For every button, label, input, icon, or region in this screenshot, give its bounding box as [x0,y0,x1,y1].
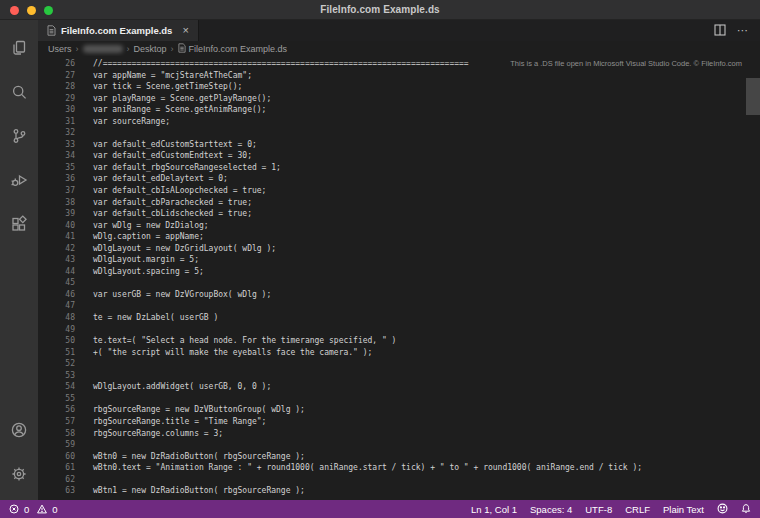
code-line[interactable]: 34var default_edCustomEndtext = 30; [38,150,760,162]
settings-gear-icon[interactable] [0,452,38,496]
search-icon[interactable] [0,70,38,114]
eol-setting[interactable]: CRLF [625,504,650,515]
code-text: var default_edDelaytext = 0; [93,173,228,185]
line-number: 33 [38,139,93,151]
code-text: rbgSourceRange.columns = 3; [93,428,223,440]
code-line[interactable]: 38var default_cbParachecked = true; [38,197,760,209]
line-number: 51 [38,347,93,359]
breadcrumb-users[interactable]: Users [48,44,72,54]
code-line[interactable]: 31var sourceRange; [38,116,760,128]
cursor-position[interactable]: Ln 1, Col 1 [471,504,517,515]
explorer-icon[interactable] [0,26,38,70]
tab-close-icon[interactable]: × [182,25,188,36]
code-text: te = new DzLabel( userGB ) [93,312,218,324]
code-text: +( "the script will make the eyeballs fa… [93,347,372,359]
indentation-setting[interactable]: Spaces: 4 [530,504,572,515]
close-window-button[interactable] [10,6,19,15]
code-line[interactable]: 45 [38,277,760,289]
breadcrumb-username-redacted[interactable] [83,45,123,53]
line-number: 31 [38,116,93,128]
split-editor-icon[interactable] [714,22,726,40]
extensions-icon[interactable] [0,202,38,246]
code-line[interactable]: 47 [38,300,760,312]
line-number: 38 [38,197,93,209]
code-line[interactable]: 28var tick = Scene.getTimeStep(); [38,81,760,93]
editor-pane[interactable]: This is a .DS file open in Microsoft Vis… [38,56,760,500]
code-text: wDlgLayout.addWidget( userGB, 0, 0 ); [93,381,271,393]
code-line[interactable]: 30var aniRange = Scene.getAnimRange(); [38,104,760,116]
code-line[interactable]: 39var default_cbLidschecked = true; [38,208,760,220]
code-text: te.text=( "Select a head node. For the t… [93,335,396,347]
title-bar: FileInfo.com Example.ds [0,0,760,20]
code-area[interactable]: 26//====================================… [38,56,760,497]
breadcrumb-desktop[interactable]: Desktop [134,44,167,54]
code-line[interactable]: 55 [38,393,760,405]
traffic-lights [10,0,53,20]
code-line[interactable]: 61wBtn0.text = "Animation Range : " + ro… [38,462,760,474]
code-line[interactable]: 46var userGB = new DzVGroupBox( wDlg ); [38,289,760,301]
line-number: 30 [38,104,93,116]
code-line[interactable]: 57rbgSourceRange.title = "Time Range"; [38,416,760,428]
line-number: 53 [38,370,93,382]
code-line[interactable]: 62 [38,474,760,486]
code-line[interactable]: 27var appName = "mcjStareAtTheCam"; [38,70,760,82]
language-mode[interactable]: Plain Text [663,504,704,515]
minimize-window-button[interactable] [27,6,36,15]
line-number: 55 [38,393,93,405]
tab-fileinfo-example[interactable]: FileInfo.com Example.ds × [38,20,199,41]
code-line[interactable]: 36var default_edDelaytext = 0; [38,173,760,185]
code-line[interactable]: 54wDlgLayout.addWidget( userGB, 0, 0 ); [38,381,760,393]
code-line[interactable]: 56rbgSourceRange = new DzVButtonGroup( w… [38,404,760,416]
vscode-window: FileInfo.com Example.ds [0,0,760,518]
code-line[interactable]: 60wBtn0 = new DzRadioButton( rbgSourceRa… [38,451,760,463]
source-control-icon[interactable] [0,114,38,158]
run-and-debug-icon[interactable] [0,158,38,202]
line-number: 57 [38,416,93,428]
code-line[interactable]: 51+( "the script will make the eyeballs … [38,347,760,359]
tab-bar: FileInfo.com Example.ds × ⋯ [38,20,760,41]
code-text: var appName = "mcjStareAtTheCam"; [93,70,252,82]
encoding-setting[interactable]: UTF-8 [585,504,612,515]
code-text: wBtn1 = new DzRadioButton( rbgSourceRang… [93,485,305,497]
line-number: 52 [38,358,93,370]
code-line[interactable]: 43wDlgLayout.margin = 5; [38,254,760,266]
code-line[interactable]: 37var default_cbIsALoopchecked = true; [38,185,760,197]
problems-warnings[interactable]: 0 [37,504,57,515]
code-text: var default_rbgSourceRangeselected = 1; [93,162,281,174]
breadcrumb-file[interactable]: FileInfo.com Example.ds [178,43,288,55]
code-text: wDlgLayout = new DzGridLayout( wDlg ); [93,243,276,255]
code-line[interactable]: 35var default_rbgSourceRangeselected = 1… [38,162,760,174]
code-line[interactable]: 52 [38,358,760,370]
code-line[interactable]: 58rbgSourceRange.columns = 3; [38,428,760,440]
error-icon [9,504,19,514]
code-line[interactable]: 32 [38,127,760,139]
zoom-window-button[interactable] [44,6,53,15]
code-text: wDlgLayout.margin = 5; [93,254,199,266]
feedback-smiley-icon[interactable] [717,503,728,516]
code-line[interactable]: 33var default_edCustomStarttext = 0; [38,139,760,151]
code-line[interactable]: 40var wDlg = new DzDialog; [38,220,760,232]
line-number: 44 [38,266,93,278]
window-title: FileInfo.com Example.ds [320,4,440,15]
code-line[interactable]: 53 [38,370,760,382]
code-line[interactable]: 59 [38,439,760,451]
code-line[interactable]: 50te.text=( "Select a head node. For the… [38,335,760,347]
code-line[interactable]: 42wDlgLayout = new DzGridLayout( wDlg ); [38,243,760,255]
code-line[interactable]: 49 [38,324,760,336]
code-text: var playRange = Scene.getPlayRange(); [93,93,271,105]
code-line[interactable]: 48te = new DzLabel( userGB ) [38,312,760,324]
activity-bar [0,20,38,500]
problems-errors[interactable]: 0 [9,504,29,515]
more-actions-icon[interactable]: ⋯ [737,24,749,37]
code-text: wBtn0 = new DzRadioButton( rbgSourceRang… [93,451,305,463]
error-count: 0 [24,504,29,515]
vertical-scrollbar-thumb[interactable] [746,78,760,115]
code-line[interactable]: 63wBtn1 = new DzRadioButton( rbgSourceRa… [38,485,760,497]
line-number: 60 [38,451,93,463]
code-line[interactable]: 29var playRange = Scene.getPlayRange(); [38,93,760,105]
code-line[interactable]: 44wDlgLayout.spacing = 5; [38,266,760,278]
account-icon[interactable] [0,408,38,452]
code-line[interactable]: 41wDlg.caption = appName; [38,231,760,243]
file-icon [178,43,186,55]
notifications-bell-icon[interactable] [741,503,751,516]
